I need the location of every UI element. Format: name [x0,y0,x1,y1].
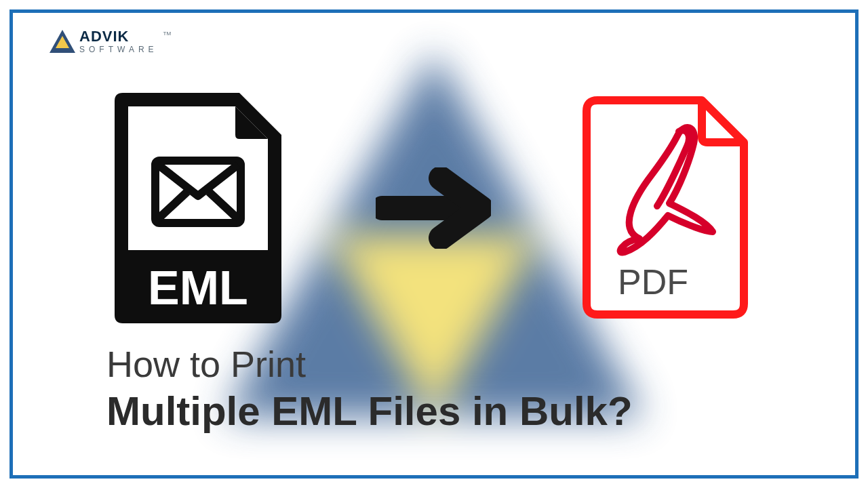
headline-line-1: How to Print [106,343,633,385]
trademark-symbol: TM [163,30,172,37]
conversion-graphic: EML PDF [13,93,855,323]
logo-mark-icon [50,30,75,53]
content-frame: ADVIK SOFTWARE TM EML [9,9,859,479]
arrow-right-icon [376,167,491,249]
eml-label-text: EML [148,262,248,314]
headline-line-2: Multiple EML Files in Bulk? [106,388,633,434]
eml-file-icon: EML [106,93,290,323]
headline: How to Print Multiple EML Files in Bulk? [106,343,633,434]
brand-subtitle: SOFTWARE [79,45,158,54]
brand-name: ADVIK [79,29,158,44]
brand-logo: ADVIK SOFTWARE TM [50,29,171,54]
pdf-label-text: PDF [618,262,688,302]
pdf-file-icon: PDF [577,96,753,320]
